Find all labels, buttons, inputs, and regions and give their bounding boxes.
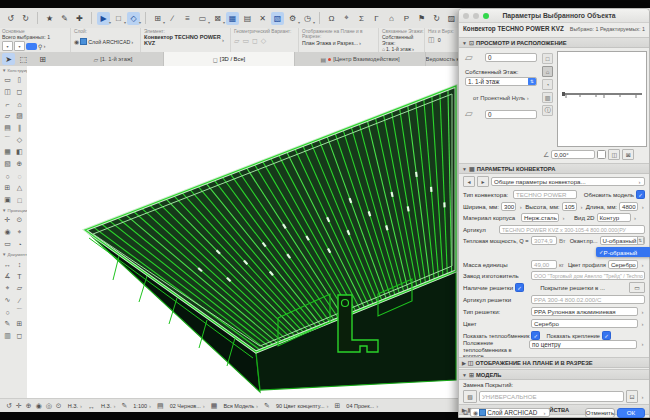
- hatch-icon[interactable]: ▨: [445, 12, 458, 25]
- tool-opening[interactable]: ◌: [14, 170, 26, 182]
- tool-focus[interactable]: ⌖: [14, 226, 26, 238]
- magnet-icon[interactable]: Ω: [325, 12, 338, 25]
- tab-3d-all[interactable]: ◻[3D / Все]: [164, 52, 295, 66]
- arrow-tool-button[interactable]: ➤: [2, 53, 15, 65]
- plan-display-value[interactable]: План Этажа и Разрез...: [302, 40, 358, 46]
- tool-zone[interactable]: ▧: [2, 158, 14, 170]
- layer-eye-icon[interactable]: ◉: [473, 409, 478, 416]
- layers-icon[interactable]: ▤: [157, 402, 164, 410]
- flag-icon[interactable]: ⚑: [415, 12, 428, 25]
- target-icon[interactable]: ⌖: [340, 12, 353, 25]
- datum-selector[interactable]: от Проектный Нуль ›: [473, 95, 529, 101]
- pen-set-field[interactable]: 90 Цвет концепту...: [274, 403, 331, 409]
- material-field[interactable]: Нерж.сталь: [521, 213, 559, 222]
- tool-panorama[interactable]: ⊙: [14, 214, 26, 226]
- width-popup-icon[interactable]: ›: [518, 204, 523, 210]
- edge-profile-stepper[interactable]: ⇅: [637, 236, 644, 245]
- arrow-mode-icon[interactable]: ▶: [97, 12, 110, 25]
- pen-override-field[interactable]: Н.З.: [66, 403, 84, 409]
- corner-icon[interactable]: Γ: [370, 12, 383, 25]
- tool-dimension[interactable]: ↔: [2, 258, 14, 270]
- tool-freehand[interactable]: ✎: [2, 318, 14, 330]
- cancel-button[interactable]: Отменить: [585, 408, 615, 418]
- height-field[interactable]: 105: [562, 202, 577, 211]
- tool-curtain-wall[interactable]: ▦: [2, 146, 14, 158]
- geometry-variant-1-icon[interactable]: ▱: [234, 37, 239, 45]
- width-field[interactable]: 300: [501, 202, 516, 211]
- guide-lines-icon[interactable]: ∕: [166, 12, 179, 25]
- hx-position-field[interactable]: по центру: [529, 340, 637, 349]
- tool-object[interactable]: ⊕: [14, 158, 26, 170]
- edge-profile-menu-item-selected[interactable]: Р-образный: [596, 247, 650, 257]
- material-popup-icon[interactable]: ›: [561, 215, 566, 221]
- marquee-tool-button[interactable]: ⬚: [17, 53, 30, 65]
- home-icon[interactable]: ⌂: [385, 12, 398, 25]
- grate-type-popup-icon[interactable]: ›: [640, 309, 645, 315]
- publisher-icon[interactable]: P: [400, 12, 413, 25]
- update-model-checkbox[interactable]: ✓: [636, 190, 645, 199]
- section-view-icon[interactable]: ▥: [542, 92, 553, 103]
- selection-filter-icon[interactable]: ◇: [127, 12, 140, 25]
- tool-arc[interactable]: ⌒: [14, 306, 26, 318]
- fill-override-field[interactable]: Н.З.: [99, 403, 117, 409]
- pen-icon[interactable]: ✎: [121, 402, 127, 410]
- tool-column[interactable]: ▯: [14, 74, 26, 86]
- type-field[interactable]: TECHNO POWER: [513, 190, 577, 199]
- settings-icon[interactable]: ⚙: [286, 12, 299, 25]
- tool-angle-dim[interactable]: ∡: [2, 270, 14, 282]
- tool-panel[interactable]: ▣: [2, 194, 14, 206]
- tab-interaction-center[interactable]: ▤[Центр Взаимодействия]: [295, 52, 426, 66]
- object-settings-button[interactable]: [26, 43, 37, 50]
- hx-position-popup-icon[interactable]: ›: [640, 341, 645, 347]
- snap-grid-icon[interactable]: ▧: [271, 12, 284, 25]
- grate-checkbox[interactable]: ✓: [515, 283, 524, 292]
- grate-coating-swatch[interactable]: ▭: [629, 282, 645, 293]
- viewport-3d[interactable]: [27, 66, 458, 398]
- tool-misc[interactable]: □: [14, 194, 26, 206]
- tool-projection[interactable]: ▭: [2, 238, 14, 250]
- tool-morph[interactable]: ◇: [14, 134, 26, 146]
- coating-field[interactable]: УНИВЕРСАЛЬНОЕ: [479, 391, 624, 402]
- model-view-field[interactable]: 04 Проек...: [344, 403, 380, 409]
- element-snap-icon[interactable]: ▭: [196, 12, 209, 25]
- ok-button[interactable]: ОК: [617, 408, 645, 418]
- show-hx-checkbox[interactable]: ✓: [531, 331, 540, 340]
- history-icon[interactable]: ◷: [301, 12, 314, 25]
- tool-text[interactable]: T: [14, 270, 26, 282]
- undo-icon[interactable]: ↺: [4, 12, 17, 25]
- tool-lamp[interactable]: ○: [2, 170, 14, 182]
- element-info-icon[interactable]: ▤: [241, 12, 254, 25]
- tool-circle[interactable]: ○: [2, 306, 14, 318]
- elevation-top-field[interactable]: 0: [485, 53, 537, 62]
- tool-truss[interactable]: △: [14, 182, 26, 194]
- survey-icon[interactable]: Σ: [355, 12, 368, 25]
- structure-display-field[interactable]: Вся Модель: [221, 403, 260, 409]
- rotate-icon[interactable]: ↻: [430, 12, 443, 25]
- tab-overview-button[interactable]: ⊞: [36, 53, 49, 65]
- grate-type-field[interactable]: РРА Рулонная алюминиевая: [531, 307, 638, 316]
- plan-view-icon[interactable]: □: [542, 53, 553, 64]
- paint-icon[interactable]: ▧: [463, 390, 477, 403]
- layer-popup-icon[interactable]: ›: [131, 39, 133, 45]
- dialog-titlebar[interactable]: Параметры Выбранного Объекта: [459, 9, 649, 23]
- tool-camera[interactable]: ✛: [2, 214, 14, 226]
- minimize-window-button[interactable]: [473, 13, 479, 19]
- element-popup-icon[interactable]: ›: [222, 37, 224, 43]
- tool-elevation-dim[interactable]: ↕: [14, 258, 26, 270]
- tool-fill[interactable]: ▱: [14, 282, 26, 294]
- pickup-icon[interactable]: ⚲: [38, 43, 42, 50]
- object-preview[interactable]: [557, 51, 647, 147]
- swap-icon[interactable]: ↔: [88, 403, 95, 410]
- tab-floor-plan[interactable]: ▱[1. 1-й этаж]: [63, 52, 164, 66]
- color-field[interactable]: Серебро: [531, 319, 638, 328]
- close-window-button[interactable]: [463, 13, 469, 19]
- layers-stack-icon[interactable]: ⧉: [463, 409, 468, 417]
- suspend-groups-icon[interactable]: ⊠: [211, 12, 224, 25]
- structure-icon[interactable]: ▦: [211, 402, 218, 410]
- fit-icon[interactable]: ⊙: [56, 402, 62, 410]
- tool-drawing[interactable]: ▥: [2, 330, 14, 342]
- section-plan-display[interactable]: ▶ ◫ ОТОБРАЖЕНИЕ НА ПЛАНЕ И В РАЗРЕЗЕ: [459, 357, 649, 368]
- pen-set-icon[interactable]: ✎: [264, 402, 270, 410]
- zoom-icon[interactable]: ⊕: [26, 402, 32, 410]
- scale-field[interactable]: 1:100: [131, 403, 153, 409]
